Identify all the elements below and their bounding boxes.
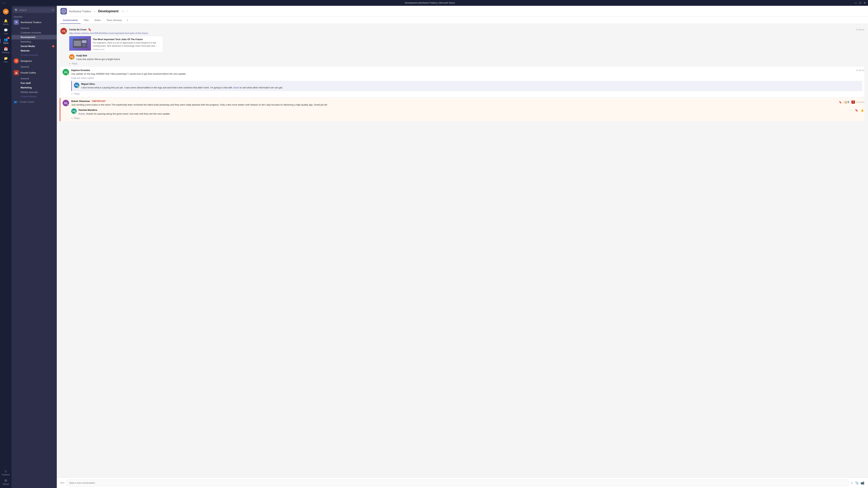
- reply-button-1[interactable]: ↩ Reply: [69, 62, 864, 65]
- tab-notes[interactable]: Notes: [92, 17, 103, 24]
- message-1: CD Cecily De Crum 🔖 http://www.contoso.c…: [60, 26, 864, 67]
- like-reaction[interactable]: 👍 6: [843, 100, 850, 104]
- channel-fourth-general[interactable]: General: [11, 76, 57, 81]
- channel-marketing[interactable]: Marketing: [11, 39, 57, 44]
- emoji-button[interactable]: ☺: [850, 481, 854, 485]
- miguel-online: [78, 86, 80, 88]
- nav-controls[interactable]: ‹ ›: [2, 1, 5, 4]
- favorites-label: Favorites: [11, 14, 57, 19]
- channel-development[interactable]: Development: [11, 35, 57, 39]
- channel-customer-accounts[interactable]: Customer Accounts: [11, 30, 57, 35]
- compose-input[interactable]: [66, 480, 848, 486]
- user-avatar[interactable]: JD: [3, 9, 9, 14]
- team-name-northwind: Northwind Traders: [21, 21, 51, 24]
- message-2: DK Daphne Knowles Any update on the bug …: [60, 67, 864, 97]
- feedback-icon: ☺: [4, 469, 7, 473]
- thread-info[interactable]: Kadji and Jakob replied: [71, 77, 862, 79]
- more-actions-icon[interactable]: ···: [849, 108, 853, 112]
- author-miguel: Miguel Silva: [81, 83, 95, 85]
- bookmark-red-icon[interactable]: 🔖: [839, 101, 842, 104]
- create-team-label: Create a team: [20, 100, 34, 103]
- preview-body: The Most Important Tech Jobs Of The Futu…: [91, 36, 163, 52]
- tab-files[interactable]: Files: [81, 17, 91, 24]
- channel-general[interactable]: General: [11, 26, 57, 30]
- sidebar-item-chat[interactable]: 💬 Chat: [0, 27, 11, 36]
- bookmark-icon-1[interactable]: 🔖: [88, 28, 92, 31]
- preview-source: Contoso.com: [93, 48, 161, 51]
- search-icon: 🔍: [15, 9, 18, 11]
- minimize-button[interactable]: —: [855, 1, 857, 4]
- maximize-button[interactable]: ☐: [859, 1, 862, 4]
- article-link[interactable]: http://www.contoso.com/3054433/the-most-…: [69, 32, 148, 35]
- close-button[interactable]: ✕: [864, 1, 866, 4]
- online-indicator: [65, 33, 67, 34]
- window-controls[interactable]: — ☐ ✕: [855, 1, 866, 4]
- channel-social-media[interactable]: Social Media 2: [11, 44, 57, 48]
- daniela-reply-row: DM Daniela Mandera ··· 🔖: [71, 108, 864, 116]
- alert-badge[interactable]: !: [851, 100, 855, 104]
- channel-weekly-specials[interactable]: Weekly Specials: [11, 90, 57, 94]
- sidebar-item-meetings[interactable]: 📅 Meetings: [0, 45, 11, 55]
- babek-mention-link[interactable]: Babek: [79, 112, 85, 115]
- search-input[interactable]: [19, 9, 50, 11]
- header-more-icon[interactable]: ···: [126, 9, 129, 13]
- tabs-bar: Conversation Files Notes Team Services +: [57, 17, 868, 24]
- message-header-1: Cecily De Crum 🔖: [69, 28, 864, 31]
- team-northwind[interactable]: N Northwind Traders ···: [11, 19, 57, 26]
- format-icon[interactable]: A✏: [60, 481, 65, 485]
- channel-name-header: Development: [98, 9, 119, 13]
- daniela-text: Babek, thanks for passing along the good…: [79, 112, 864, 116]
- favorite-star-icon[interactable]: ☆: [122, 9, 124, 13]
- channel-name-general: General: [21, 27, 29, 29]
- jakob-link[interactable]: Jakob: [233, 86, 239, 89]
- channel-name-development: Development: [21, 36, 35, 38]
- kadji-reply-text: I love this article! We've got a bright …: [76, 58, 120, 61]
- sidebar-item-feedback[interactable]: ☺ Feedback: [2, 468, 10, 477]
- miguel-text-after: to see what other information we can get…: [239, 86, 283, 89]
- social-media-badge: 2: [52, 45, 55, 47]
- daniela-content: Daniela Mandera ··· 🔖 👍 Babek, thanks fo…: [79, 108, 864, 116]
- sidebar-item-teams[interactable]: 2 👥 Teams: [0, 36, 11, 45]
- like-msg-icon[interactable]: 👍: [860, 108, 864, 112]
- sidebar-item-settings[interactable]: ⚙ Settings: [2, 477, 10, 487]
- reply-label-1: Reply: [72, 62, 78, 65]
- kadji-online: [73, 58, 74, 60]
- reply-button-3[interactable]: ↩ Reply: [71, 117, 864, 120]
- video-button[interactable]: 📹: [860, 481, 864, 485]
- sidebar-label-meetings: Meetings: [2, 52, 9, 54]
- add-tab-button[interactable]: +: [125, 17, 130, 24]
- team-designers[interactable]: 🎨 Designers ···: [11, 57, 57, 65]
- timestamp-1: 11:00 am: [856, 29, 864, 31]
- fourth-more-channels[interactable]: 4 more channels: [11, 94, 57, 99]
- bookmark-msg-icon[interactable]: 🔖: [854, 108, 859, 112]
- author-daniela: Daniela Mandera: [79, 109, 97, 111]
- nav-back[interactable]: ‹: [2, 1, 3, 4]
- search-bar[interactable]: 🔍 ✏: [13, 7, 55, 13]
- channel-name-weekly-specials: Weekly Specials: [21, 91, 38, 93]
- northwind-more-channels[interactable]: 32 more channels: [11, 53, 57, 57]
- sidebar-item-files[interactable]: 📁 Files: [0, 55, 11, 64]
- preview-desc: For engineers, there is a lot of opportu…: [93, 41, 161, 47]
- create-team-button[interactable]: 👥+ Create a team: [11, 99, 57, 105]
- window-title: Development (Northwind Traders) | Micros…: [5, 2, 855, 4]
- attachment-button[interactable]: 📎: [855, 481, 859, 485]
- channel-website[interactable]: Website: [11, 48, 57, 53]
- compose-icon[interactable]: ✏: [52, 8, 54, 12]
- sidebar-item-activity[interactable]: 🔔 Activity: [0, 18, 11, 27]
- sidebar-label-settings: Settings: [3, 483, 9, 485]
- channel-name-fourth-general: General: [21, 77, 29, 80]
- preview-image: [69, 36, 91, 51]
- title-bar: ‹ › Development (Northwind Traders) | Mi…: [0, 0, 868, 6]
- link-preview-card: The Most Important Tech Jobs Of The Futu…: [69, 36, 163, 53]
- reply-button-2[interactable]: ↩ Reply: [71, 93, 862, 95]
- chat-icon: 💬: [4, 28, 8, 32]
- tab-conversation[interactable]: Conversation: [60, 17, 81, 24]
- tab-team-services[interactable]: Team Services: [104, 17, 124, 24]
- team-fourth-coffee[interactable]: ☕ Fourth Coffee ···: [11, 69, 57, 76]
- sidebar-label-activity: Activity: [3, 23, 9, 25]
- channel-fun-stuff[interactable]: Fun stuff: [11, 81, 57, 85]
- channel-marketing2[interactable]: Marketing: [11, 85, 57, 90]
- reply-icon-2: ↩: [71, 93, 73, 95]
- avatar-initials-daphne: DK: [64, 71, 68, 73]
- channel-designers-general[interactable]: General: [11, 65, 57, 69]
